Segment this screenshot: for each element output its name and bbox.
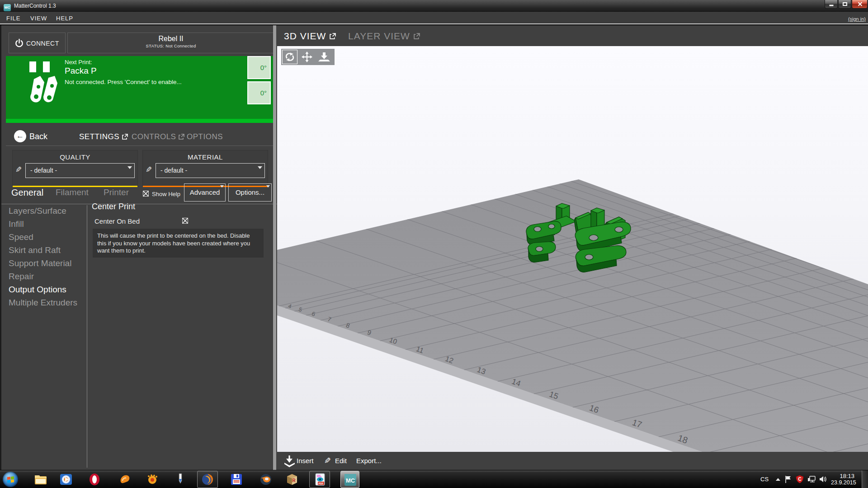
window-title: MatterControl 1.3 xyxy=(14,3,56,9)
sidebar-item-repair[interactable]: Repair xyxy=(9,272,34,282)
image-viewer-icon[interactable] xyxy=(146,473,159,486)
connect-button[interactable]: CONNECT xyxy=(9,33,66,53)
show-desktop-button[interactable] xyxy=(862,470,868,488)
tab-general[interactable]: General xyxy=(11,188,43,198)
antivirus-shield-icon[interactable]: C xyxy=(796,475,804,483)
scale-tool-button[interactable] xyxy=(316,49,333,65)
back-arrow-icon: ← xyxy=(16,131,24,140)
tab-settings[interactable]: SETTINGS xyxy=(79,132,128,141)
move-tool-button[interactable] xyxy=(298,49,316,65)
insert-icon xyxy=(283,455,296,467)
rotate-tool-button[interactable] xyxy=(281,49,298,65)
volume-icon[interactable] xyxy=(819,475,827,483)
divider xyxy=(1,204,278,204)
control-panel: CONNECT Rebel II STATUS: Not Connected N… xyxy=(0,25,277,470)
edit-button[interactable]: Edit xyxy=(335,457,347,465)
pdf-viewer-taskbar-button[interactable]: PDF xyxy=(309,471,330,488)
clock[interactable]: 18:13 23.9.2015 xyxy=(831,473,854,486)
menu-help[interactable]: HELP xyxy=(56,15,73,22)
back-label[interactable]: Back xyxy=(29,132,47,141)
queue-progress-strip xyxy=(6,119,274,123)
language-indicator[interactable]: CS xyxy=(760,476,769,483)
options-label: Options... xyxy=(236,188,264,196)
minimize-button[interactable] xyxy=(825,0,838,9)
back-button[interactable]: ← xyxy=(14,130,26,142)
sidebar-item-skirt-raft[interactable]: Skirt and Raft xyxy=(9,245,61,255)
tab-settings-label: SETTINGS xyxy=(79,132,119,141)
orange-app-icon[interactable] xyxy=(118,473,132,486)
advanced-label: Advanced xyxy=(190,188,220,196)
sidebar-divider xyxy=(87,205,87,468)
tab-3d-view[interactable]: 3D VIEW xyxy=(284,31,336,42)
3d-viewport[interactable]: 4567891011121314151617181920 xyxy=(277,46,868,452)
quality-dropdown[interactable]: - default - xyxy=(25,163,135,178)
tab-printer[interactable]: Printer xyxy=(104,188,129,197)
maximize-button[interactable] xyxy=(838,0,851,9)
pop-out-icon xyxy=(178,134,184,140)
firefox-taskbar-button[interactable] xyxy=(197,471,218,488)
menu-view[interactable]: VIEW xyxy=(30,15,47,22)
view-tab-bar: 3D VIEW LAYER VIEW xyxy=(277,25,868,46)
sidebar-item-layers-surface[interactable]: Layers/Surface xyxy=(9,206,66,216)
show-help-checkbox[interactable] xyxy=(143,191,149,197)
rotate-icon xyxy=(285,52,295,62)
printer-title-box[interactable]: Rebel II STATUS: Not Connected xyxy=(67,33,274,53)
sidebar-item-speed[interactable]: Speed xyxy=(9,232,33,242)
media-player-icon[interactable] xyxy=(59,473,73,486)
action-center-flag-icon[interactable] xyxy=(784,475,792,483)
sign-in-link[interactable]: (sign in) xyxy=(848,16,866,22)
bed-temp-button[interactable]: 0° xyxy=(247,81,271,104)
setting-help-text: This will cause the print to be centered… xyxy=(93,229,264,258)
app-icon: MC xyxy=(4,2,11,11)
sidebar-item-infill[interactable]: Infill xyxy=(9,219,24,229)
advanced-button[interactable]: Advanced xyxy=(184,183,226,202)
dropdown-arrow-icon xyxy=(266,185,270,188)
title-bar: MC MatterControl 1.3 xyxy=(0,0,868,12)
firefox-icon xyxy=(201,473,214,486)
windows-flag-icon xyxy=(7,476,14,482)
material-dropdown[interactable]: - default - xyxy=(156,163,265,178)
next-print-panel[interactable]: Next Print: Packa P Not connected. Press… xyxy=(6,56,274,123)
print-thumbnail xyxy=(23,59,61,117)
tab-options[interactable]: OPTIONS xyxy=(187,132,223,141)
tab-layer-view-label: LAYER VIEW xyxy=(348,31,410,42)
show-help-label[interactable]: Show Help xyxy=(152,191,180,197)
hidden-icons-chevron[interactable] xyxy=(776,478,780,481)
sidebar-item-support[interactable]: Support Material xyxy=(9,258,71,268)
tab-filament[interactable]: Filament xyxy=(56,188,89,197)
blender-icon[interactable] xyxy=(259,473,273,486)
sidebar-item-output-options[interactable]: Output Options xyxy=(9,285,66,295)
panel-scrollbar[interactable] xyxy=(273,25,276,470)
menu-file[interactable]: FILE xyxy=(6,15,20,22)
opera-icon[interactable] xyxy=(88,473,101,486)
stylus-tool-icon[interactable] xyxy=(174,473,187,486)
start-button[interactable] xyxy=(3,472,18,487)
tab-layer-view[interactable]: LAYER VIEW xyxy=(348,31,420,42)
pop-out-icon xyxy=(329,33,336,40)
network-icon[interactable] xyxy=(807,476,816,483)
tray-time: 18:13 xyxy=(831,473,854,479)
extruder-temp-button[interactable]: 0° xyxy=(247,56,271,79)
mattercontrol-taskbar-button[interactable]: MC xyxy=(340,471,359,488)
center-on-bed-checkbox[interactable] xyxy=(182,218,188,224)
printer-status: STATUS: Not Connected xyxy=(68,43,274,48)
save-tool-icon[interactable] xyxy=(230,473,243,486)
edit-pencil-icon[interactable]: ✎ xyxy=(15,165,22,174)
quality-label: QUALITY xyxy=(13,153,137,161)
options-button[interactable]: Options... xyxy=(228,183,272,202)
windows-explorer-icon[interactable] xyxy=(34,473,47,486)
tab-controls[interactable]: CONTROLS xyxy=(132,132,184,141)
dropdown-arrow-icon xyxy=(127,166,132,169)
sidebar-item-multiple-extruders[interactable]: Multiple Extruders xyxy=(9,298,77,308)
r-block-icon[interactable]: R xyxy=(285,473,299,486)
svg-text:PDF: PDF xyxy=(319,482,324,485)
close-button[interactable] xyxy=(852,0,868,9)
export-button[interactable]: Export... xyxy=(356,457,382,465)
printer-name: Rebel II xyxy=(68,35,274,43)
dropdown-arrow-icon xyxy=(220,185,224,188)
move-icon xyxy=(302,52,312,62)
pop-out-icon xyxy=(413,33,420,40)
mattercontrol-icon: MC xyxy=(344,473,357,487)
insert-button[interactable]: Insert xyxy=(297,457,314,465)
edit-pencil-icon[interactable]: ✎ xyxy=(146,165,152,174)
